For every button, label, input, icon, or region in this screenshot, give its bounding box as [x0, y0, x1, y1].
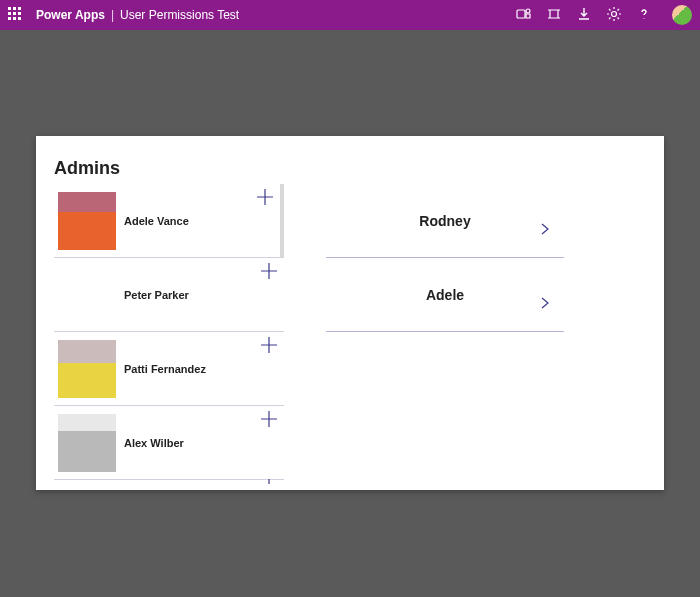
- admin-name: Alex Wilber: [124, 437, 184, 449]
- admins-list: Adele Vance Peter Parker Patti Fernandez…: [54, 184, 284, 484]
- fit-icon[interactable]: [546, 6, 562, 25]
- topbar-actions: [516, 5, 692, 25]
- admin-row[interactable]: Alex Wilber: [54, 406, 284, 480]
- chevron-right-icon: [538, 222, 554, 238]
- app-topbar: Power Apps | User Permissions Test: [0, 0, 700, 30]
- settings-icon[interactable]: [606, 6, 622, 25]
- admin-row[interactable]: [54, 480, 284, 484]
- svg-point-1: [526, 9, 530, 13]
- help-icon[interactable]: [636, 6, 652, 25]
- detail-name: Rodney: [326, 213, 564, 229]
- admin-row[interactable]: Peter Parker: [54, 258, 284, 332]
- admin-name: Peter Parker: [124, 289, 189, 301]
- download-icon[interactable]: [576, 6, 592, 25]
- admin-photo: [58, 414, 116, 472]
- admin-photo: [58, 192, 116, 250]
- detail-row[interactable]: Adele: [326, 258, 564, 332]
- admin-row[interactable]: Patti Fernandez: [54, 332, 284, 406]
- admins-heading: Admins: [36, 136, 664, 187]
- chevron-right-icon: [538, 296, 554, 312]
- details-list: Rodney Adele: [326, 184, 564, 332]
- app-launcher-icon[interactable]: [8, 7, 24, 23]
- add-button[interactable]: [260, 410, 278, 428]
- add-button[interactable]: [260, 478, 278, 484]
- teams-icon[interactable]: [516, 6, 532, 25]
- app-title: User Permissions Test: [120, 8, 239, 22]
- title-divider: |: [111, 8, 114, 22]
- brand-label: Power Apps: [36, 8, 105, 22]
- add-button[interactable]: [260, 336, 278, 354]
- detail-name: Adele: [326, 287, 564, 303]
- svg-point-2: [612, 11, 617, 16]
- app-canvas: Admins Adele Vance Peter Parker Patti Fe…: [36, 136, 664, 490]
- admin-photo: [58, 340, 116, 398]
- detail-row[interactable]: Rodney: [326, 184, 564, 258]
- add-button[interactable]: [256, 188, 274, 206]
- add-button[interactable]: [260, 262, 278, 280]
- admin-name: Adele Vance: [124, 215, 189, 227]
- user-avatar[interactable]: [672, 5, 692, 25]
- svg-rect-0: [517, 10, 525, 18]
- admin-name: Patti Fernandez: [124, 363, 206, 375]
- admin-row[interactable]: Adele Vance: [54, 184, 284, 258]
- admin-photo: [58, 266, 116, 324]
